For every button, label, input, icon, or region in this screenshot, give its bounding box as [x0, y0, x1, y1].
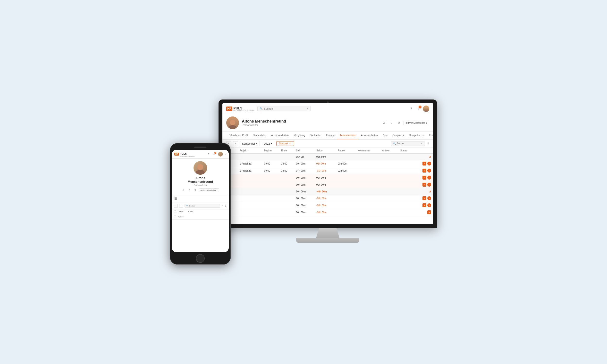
- app-header: HR PULS Hier könnte Ihr Logo stehen 🔍 ✕: [222, 103, 433, 114]
- tab-anwesenheiten[interactable]: Anwesenheiten: [337, 132, 359, 139]
- toolbar: ‹ › September ▾ 2022 ▾ Startzeit ⏱: [222, 140, 433, 148]
- tab-stammdaten[interactable]: Stammdaten: [250, 132, 269, 139]
- expand-row-button[interactable]: ›: [427, 162, 431, 166]
- phone-download-icon[interactable]: ⬇: [225, 205, 227, 207]
- toolbar-search-clear-icon[interactable]: ✕: [421, 143, 423, 145]
- tab-gespraeche[interactable]: Gespräche: [390, 132, 407, 139]
- year-chevron-icon: ▾: [271, 142, 272, 145]
- phone-info-icon[interactable]: ?: [187, 188, 192, 192]
- phone-search-clear-icon[interactable]: ✕: [222, 205, 223, 207]
- phone-status-badge[interactable]: aktiver Mitarbeiter ▾: [199, 188, 220, 192]
- data-table: Konto Projekt Beginn Ende Std. Saldo Pau…: [222, 148, 433, 216]
- add-row-button[interactable]: +: [422, 162, 426, 166]
- phone-avatar-chevron: ▾: [225, 153, 226, 155]
- phone-prev-button[interactable]: ‹: [174, 204, 178, 208]
- table-row: 00h 00m -08h 00m + ›: [222, 195, 433, 202]
- monitor-camera: [327, 102, 329, 103]
- phone-screen: HR PULS Hier könnte Ihr Logo stehen ? ≡ …: [172, 150, 229, 252]
- phone-menu-icon[interactable]: ☰: [172, 195, 229, 202]
- download-button[interactable]: ⬇: [427, 142, 429, 145]
- table-row: 00h 00m -08h 00m +: [222, 209, 433, 216]
- phone-profile: Alfons Menschenfreund Personalleiter 🖨 ?…: [172, 159, 229, 195]
- search-clear-icon[interactable]: ✕: [307, 107, 309, 110]
- clock-icon: ⏱: [289, 142, 291, 145]
- add-row-button[interactable]: +: [422, 169, 426, 172]
- search-input[interactable]: [264, 107, 305, 110]
- user-avatar[interactable]: [423, 105, 429, 112]
- col-ende: Ende: [279, 148, 294, 154]
- phone-row-checkbox[interactable]: [174, 216, 176, 218]
- logo: HR PULS Hier könnte Ihr Logo stehen: [226, 106, 254, 111]
- col-status: Status: [398, 148, 414, 154]
- phone-notification-badge: 56: [214, 152, 216, 154]
- info-icon[interactable]: ?: [389, 120, 394, 125]
- add-row-button[interactable]: +: [422, 176, 426, 180]
- phone-notifications-button[interactable]: ≡ 56: [212, 152, 216, 156]
- logo-sub-text: Hier könnte Ihr Logo stehen: [233, 109, 254, 111]
- collapse-button[interactable]: ∧: [429, 190, 431, 193]
- tab-verguetung[interactable]: Vergütung: [292, 132, 308, 139]
- expand-row-button[interactable]: ›: [427, 169, 431, 172]
- tab-sachmittel[interactable]: Sachmittel: [307, 132, 324, 139]
- phone-profile-role: Personalleiter: [194, 184, 207, 186]
- status-badge[interactable]: aktiver Mitarbeiter ▾: [404, 121, 429, 125]
- phone-settings-icon[interactable]: ⚙: [193, 188, 198, 192]
- tab-feedback[interactable]: Feedback: [427, 132, 433, 139]
- year-select[interactable]: 2022 ▾: [262, 141, 274, 146]
- table-row: 00h 00m -08h 00m + ›: [222, 202, 433, 209]
- profile-role: Personalleiter: [242, 124, 379, 126]
- notifications-button[interactable]: ≡ 8: [416, 106, 421, 111]
- col-std: Std.: [294, 148, 315, 154]
- next-month-button[interactable]: ›: [233, 141, 238, 146]
- table-row: 1 Projekt(e) 09:00 18:00 07h 00m -01h 00…: [222, 167, 433, 174]
- tab-karriere[interactable]: Karriere: [324, 132, 337, 139]
- phone-search[interactable]: 🔍: [185, 204, 220, 208]
- profile-info: Alfons Menschenfreund Personalleiter: [242, 119, 379, 126]
- phone-search-input[interactable]: [189, 205, 219, 207]
- tab-ziele[interactable]: Ziele: [380, 132, 390, 139]
- add-row-button[interactable]: +: [427, 210, 431, 214]
- tab-abwesenheiten[interactable]: Abwesenheiten: [359, 132, 380, 139]
- expand-row-button[interactable]: ›: [427, 203, 431, 207]
- expand-row-button[interactable]: ›: [427, 196, 431, 200]
- scene: HR PULS Hier könnte Ihr Logo stehen 🔍 ✕: [170, 100, 437, 264]
- help-button[interactable]: ?: [409, 106, 414, 111]
- phone-col-datum: Datum: [178, 211, 184, 213]
- phone-body: HR PULS Hier könnte Ihr Logo stehen ? ≡ …: [170, 143, 231, 264]
- profile-actions: 🖨 ? ⚙ aktiver Mitarbeiter ▾: [382, 120, 429, 125]
- phone-chevron-down-icon: ▾: [217, 189, 218, 191]
- toolbar-search-input[interactable]: [397, 142, 420, 145]
- search-bar[interactable]: 🔍 ✕: [257, 106, 311, 111]
- phone-help-button[interactable]: ?: [206, 152, 210, 156]
- phone-kw-badge: KW 35: [178, 216, 184, 218]
- phone-profile-actions: 🖨 ? ⚙ aktiver Mitarbeiter ▾: [181, 188, 220, 192]
- monitor-screen: HR PULS Hier könnte Ihr Logo stehen 🔍 ✕: [222, 103, 433, 224]
- tab-oeffentliches-profil[interactable]: Öffentliches Profil: [226, 132, 250, 139]
- monitor-stand-base: [296, 238, 359, 243]
- phone-table-toolbar: ‹ › 🔍 ✕ ⬇: [172, 202, 229, 209]
- add-row-button[interactable]: +: [422, 196, 426, 200]
- expand-row-button[interactable]: ›: [427, 176, 431, 180]
- table-container: Konto Projekt Beginn Ende Std. Saldo Pau…: [222, 148, 433, 224]
- profile-section: Alfons Menschenfreund Personalleiter 🖨 ?…: [222, 114, 433, 132]
- collapse-button[interactable]: ∧: [429, 155, 431, 158]
- add-row-button[interactable]: +: [422, 203, 426, 207]
- tab-arbeitsverhaeltnis[interactable]: Arbeitsverhältnis: [269, 132, 292, 139]
- month-select[interactable]: September ▾: [240, 141, 260, 146]
- phone-user-avatar[interactable]: [218, 152, 223, 156]
- phone-print-icon[interactable]: 🖨: [181, 188, 186, 192]
- expand-row-button[interactable]: ›: [427, 183, 431, 187]
- phone-col-konto: Konto: [188, 211, 194, 213]
- add-row-button[interactable]: +: [422, 183, 426, 187]
- phone-header: HR PULS Hier könnte Ihr Logo stehen ? ≡ …: [172, 150, 229, 159]
- tab-kompetenzen[interactable]: Kompetenzen: [407, 132, 427, 139]
- print-icon[interactable]: 🖨: [382, 120, 387, 125]
- phone-home-button[interactable]: [196, 254, 205, 263]
- settings-icon[interactable]: ⚙: [396, 120, 402, 125]
- table-header-row: Konto Projekt Beginn Ende Std. Saldo Pau…: [222, 148, 433, 154]
- toolbar-search[interactable]: 🔍 ✕: [391, 141, 425, 146]
- startzeit-button[interactable]: Startzeit ⏱: [276, 141, 294, 146]
- phone: HR PULS Hier könnte Ihr Logo stehen ? ≡ …: [170, 143, 231, 264]
- phone-select-all-checkbox[interactable]: [174, 210, 176, 213]
- phone-next-button[interactable]: ›: [179, 204, 183, 208]
